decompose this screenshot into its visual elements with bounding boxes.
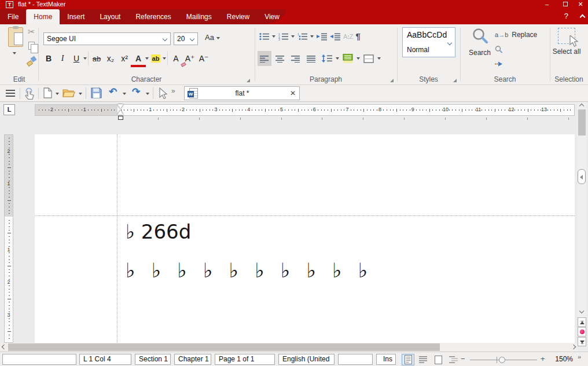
indent-square-handle[interactable] <box>118 116 123 120</box>
chevron-down-icon[interactable] <box>163 36 167 41</box>
font-size-combo[interactable]: 20 <box>174 32 198 45</box>
vertical-scrollbar[interactable] <box>578 102 586 343</box>
line-spacing-button[interactable] <box>320 51 334 66</box>
copy-icon[interactable] <box>28 42 35 50</box>
highlight-dropdown[interactable] <box>163 57 166 60</box>
view-outline-button[interactable] <box>447 354 460 365</box>
chevron-down-icon[interactable] <box>447 41 452 45</box>
status-chapter[interactable]: Chapter 1 <box>174 354 211 365</box>
sidebar-splitter-handle[interactable] <box>578 169 586 184</box>
maximize-button[interactable] <box>558 0 573 9</box>
status-cursor-position[interactable]: L 1 Col 4 <box>79 354 131 365</box>
style-picker[interactable]: AaBbCcDd Normal <box>402 27 455 57</box>
paragraph-dialog-launcher[interactable] <box>390 79 394 82</box>
statusbar-overflow-icon[interactable]: » <box>578 353 581 360</box>
change-case-dropdown[interactable] <box>216 37 220 39</box>
shading-dropdown[interactable] <box>357 57 360 60</box>
menu-tab-insert[interactable]: Insert <box>60 9 92 24</box>
align-right-button[interactable] <box>289 51 303 66</box>
align-center-button[interactable] <box>273 51 287 66</box>
change-case-button[interactable]: Aa <box>205 33 220 42</box>
status-extra2[interactable] <box>338 354 373 365</box>
pointer-icon[interactable] <box>158 87 167 99</box>
scroll-down-icon[interactable] <box>579 309 584 313</box>
strikethrough-button[interactable]: ab <box>90 51 104 66</box>
indent-marker[interactable] <box>117 104 124 120</box>
zoom-out-button[interactable]: − <box>461 354 465 363</box>
browse-object-button[interactable] <box>578 327 586 336</box>
shrink-font-button[interactable]: A⁻ <box>197 51 211 66</box>
status-page[interactable]: Page 1 of 1 <box>215 354 275 365</box>
clear-formatting-button[interactable]: A <box>169 51 183 66</box>
status-language[interactable]: English (United <box>278 354 335 365</box>
left-indent-marker[interactable] <box>117 110 123 115</box>
search-again-button[interactable] <box>495 43 506 55</box>
redo-dropdown[interactable] <box>146 93 149 95</box>
decrease-indent-icon[interactable] <box>330 32 340 41</box>
align-left-button[interactable] <box>258 51 271 66</box>
document-tab[interactable]: W flat * ✕ <box>184 86 300 100</box>
pilcrow-icon[interactable]: ¶ <box>356 31 361 41</box>
menu-tab-references[interactable]: References <box>128 9 178 24</box>
close-button[interactable]: ✕ <box>573 0 588 9</box>
toolbar-overflow-icon[interactable]: » <box>171 87 175 95</box>
justify-button[interactable] <box>304 51 318 66</box>
status-insert-mode[interactable]: Ins <box>376 354 396 365</box>
multilevel-list-icon[interactable]: 1 <box>297 32 307 41</box>
vertical-scrollbar-thumb[interactable] <box>578 109 586 136</box>
close-tab-icon[interactable]: ✕ <box>286 89 299 97</box>
document-flats-text[interactable]: ♭ ♭ ♭ ♭ ♭ ♭ ♭ ♭ ♭ ♭ <box>126 259 368 282</box>
bullet-list-icon[interactable] <box>259 32 269 41</box>
view-fullscreen-button[interactable] <box>432 354 444 365</box>
scroll-left-icon[interactable] <box>2 345 6 349</box>
horizontal-scrollbar[interactable] <box>0 343 578 352</box>
font-color-button[interactable]: A <box>131 51 145 66</box>
borders-button[interactable] <box>362 51 376 66</box>
font-name-combo[interactable]: Segoe UI <box>43 32 171 45</box>
bullet-list-dropdown[interactable] <box>272 35 275 38</box>
shading-button[interactable] <box>341 51 355 66</box>
horizontal-ruler[interactable]: 2112345678910111213 <box>35 104 575 116</box>
numbered-list-dropdown[interactable] <box>291 35 295 38</box>
vertical-ruler[interactable]: 21123 <box>4 134 13 343</box>
select-all-icon[interactable] <box>558 28 575 44</box>
character-dialog-launcher[interactable] <box>247 79 250 82</box>
view-page-layout-button[interactable] <box>402 354 414 365</box>
document-page[interactable]: ♭ 266d ♭ ♭ ♭ ♭ ♭ ♭ ♭ ♭ ♭ ♭ <box>35 134 575 343</box>
scroll-right-icon[interactable] <box>571 345 576 349</box>
menu-tab-review[interactable]: Review <box>219 9 257 24</box>
italic-button[interactable]: I <box>56 51 69 66</box>
zoom-slider-handle[interactable] <box>499 357 505 363</box>
line-spacing-dropdown[interactable] <box>336 57 339 60</box>
chevron-down-icon[interactable] <box>190 36 194 41</box>
underline-button[interactable]: U <box>69 51 83 66</box>
undo-icon[interactable]: ↶ <box>109 86 117 98</box>
zoom-percentage[interactable]: 150% <box>550 355 573 363</box>
touch-mode-icon[interactable] <box>24 87 35 100</box>
increase-indent-icon[interactable] <box>317 32 327 41</box>
previous-object-button[interactable] <box>578 317 586 327</box>
zoom-in-button[interactable]: + <box>541 354 545 363</box>
borders-dropdown[interactable] <box>377 57 381 60</box>
menu-tab-home[interactable]: Home <box>26 9 60 24</box>
redo-icon[interactable]: ↷ <box>132 86 140 98</box>
underline-dropdown[interactable] <box>83 57 87 60</box>
document-heading-text[interactable]: ♭ 266d <box>126 220 191 243</box>
minimize-button[interactable]: – <box>539 0 554 9</box>
new-document-dropdown[interactable] <box>56 93 59 95</box>
open-folder-dropdown[interactable] <box>79 93 82 95</box>
undo-dropdown[interactable] <box>123 93 126 95</box>
numbered-list-icon[interactable]: 123 <box>278 32 288 41</box>
next-object-button[interactable] <box>578 337 586 346</box>
format-painter-icon[interactable] <box>27 57 36 66</box>
cut-icon[interactable]: ✂ <box>28 27 35 37</box>
subscript-button[interactable]: x₂ <box>104 51 117 66</box>
menu-tab-layout[interactable]: Layout <box>92 9 128 24</box>
save-icon[interactable] <box>91 87 102 98</box>
goto-button[interactable] <box>495 58 506 69</box>
highlight-button[interactable]: ab <box>149 51 163 66</box>
menu-tab-mailings[interactable]: Mailings <box>179 9 219 24</box>
view-continuous-button[interactable] <box>417 354 429 365</box>
menu-tab-file[interactable]: File <box>0 9 26 24</box>
menu-tab-view[interactable]: View <box>257 9 287 24</box>
